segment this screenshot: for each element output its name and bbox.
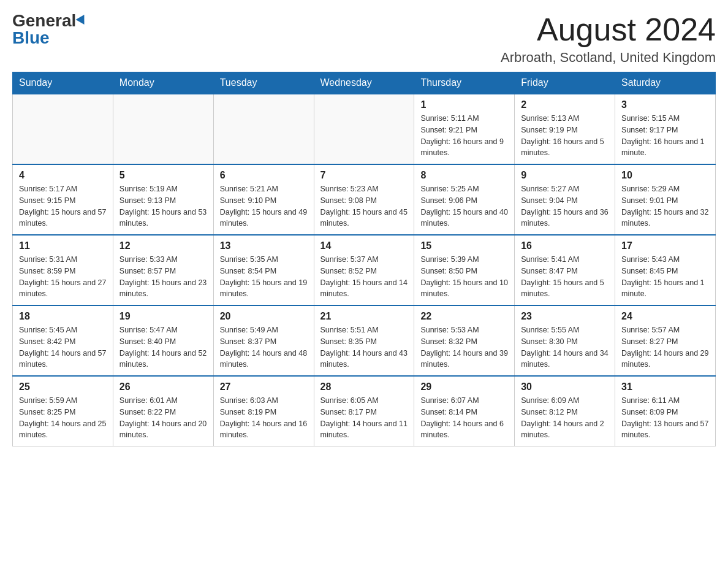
weekday-header-tuesday: Tuesday bbox=[213, 72, 314, 94]
day-info: Sunrise: 5:25 AM Sunset: 9:06 PM Dayligh… bbox=[420, 183, 508, 229]
day-info: Sunrise: 5:19 AM Sunset: 9:13 PM Dayligh… bbox=[119, 183, 207, 229]
logo-triangle-icon bbox=[76, 15, 89, 27]
weekday-header-monday: Monday bbox=[113, 72, 213, 94]
calendar-cell: 16Sunrise: 5:41 AM Sunset: 8:47 PM Dayli… bbox=[515, 235, 615, 305]
calendar-cell: 27Sunrise: 6:03 AM Sunset: 8:19 PM Dayli… bbox=[213, 376, 314, 446]
day-number: 14 bbox=[320, 240, 408, 251]
day-number: 8 bbox=[420, 170, 508, 181]
day-number: 13 bbox=[220, 240, 308, 251]
calendar-cell bbox=[314, 94, 414, 164]
day-info: Sunrise: 5:49 AM Sunset: 8:37 PM Dayligh… bbox=[220, 324, 308, 370]
weekday-header-friday: Friday bbox=[515, 72, 615, 94]
calendar-cell: 29Sunrise: 6:07 AM Sunset: 8:14 PM Dayli… bbox=[414, 376, 515, 446]
calendar-cell: 26Sunrise: 6:01 AM Sunset: 8:22 PM Dayli… bbox=[113, 376, 213, 446]
calendar-week-row: 18Sunrise: 5:45 AM Sunset: 8:42 PM Dayli… bbox=[13, 305, 716, 376]
day-number: 7 bbox=[320, 170, 408, 181]
day-number: 19 bbox=[119, 311, 207, 322]
calendar-week-row: 1Sunrise: 5:11 AM Sunset: 9:21 PM Daylig… bbox=[13, 94, 716, 164]
day-info: Sunrise: 5:23 AM Sunset: 9:08 PM Dayligh… bbox=[320, 183, 408, 229]
day-number: 4 bbox=[19, 170, 107, 181]
day-info: Sunrise: 5:45 AM Sunset: 8:42 PM Dayligh… bbox=[19, 324, 107, 370]
day-number: 24 bbox=[621, 311, 709, 322]
day-info: Sunrise: 5:53 AM Sunset: 8:32 PM Dayligh… bbox=[420, 324, 508, 370]
day-info: Sunrise: 5:13 AM Sunset: 9:19 PM Dayligh… bbox=[521, 113, 609, 159]
calendar-cell: 11Sunrise: 5:31 AM Sunset: 8:59 PM Dayli… bbox=[13, 235, 113, 305]
calendar-table: SundayMondayTuesdayWednesdayThursdayFrid… bbox=[12, 72, 716, 446]
day-info: Sunrise: 5:51 AM Sunset: 8:35 PM Dayligh… bbox=[320, 324, 408, 370]
calendar-cell: 12Sunrise: 5:33 AM Sunset: 8:57 PM Dayli… bbox=[113, 235, 213, 305]
calendar-cell: 13Sunrise: 5:35 AM Sunset: 8:54 PM Dayli… bbox=[213, 235, 314, 305]
day-info: Sunrise: 5:27 AM Sunset: 9:04 PM Dayligh… bbox=[521, 183, 609, 229]
day-number: 6 bbox=[220, 170, 308, 181]
month-title: August 2024 bbox=[501, 12, 716, 47]
calendar-cell: 20Sunrise: 5:49 AM Sunset: 8:37 PM Dayli… bbox=[213, 305, 314, 376]
day-number: 22 bbox=[420, 311, 508, 322]
day-number: 21 bbox=[320, 311, 408, 322]
day-info: Sunrise: 6:01 AM Sunset: 8:22 PM Dayligh… bbox=[119, 395, 207, 441]
day-number: 23 bbox=[521, 311, 609, 322]
title-section: August 2024 Arbroath, Scotland, United K… bbox=[501, 12, 716, 66]
day-number: 27 bbox=[220, 381, 308, 393]
day-info: Sunrise: 6:05 AM Sunset: 8:17 PM Dayligh… bbox=[320, 395, 408, 441]
day-number: 25 bbox=[19, 381, 107, 393]
calendar-cell bbox=[113, 94, 213, 164]
calendar-cell bbox=[213, 94, 314, 164]
day-info: Sunrise: 5:59 AM Sunset: 8:25 PM Dayligh… bbox=[19, 395, 107, 441]
calendar-cell: 25Sunrise: 5:59 AM Sunset: 8:25 PM Dayli… bbox=[13, 376, 113, 446]
location-text: Arbroath, Scotland, United Kingdom bbox=[501, 50, 716, 66]
calendar-cell: 1Sunrise: 5:11 AM Sunset: 9:21 PM Daylig… bbox=[414, 94, 515, 164]
day-number: 10 bbox=[621, 170, 709, 181]
calendar-cell: 28Sunrise: 6:05 AM Sunset: 8:17 PM Dayli… bbox=[314, 376, 414, 446]
logo-blue-text: Blue bbox=[12, 29, 50, 47]
day-number: 30 bbox=[521, 381, 609, 393]
day-number: 20 bbox=[220, 311, 308, 322]
calendar-cell: 21Sunrise: 5:51 AM Sunset: 8:35 PM Dayli… bbox=[314, 305, 414, 376]
calendar-cell: 23Sunrise: 5:55 AM Sunset: 8:30 PM Dayli… bbox=[515, 305, 615, 376]
calendar-cell: 10Sunrise: 5:29 AM Sunset: 9:01 PM Dayli… bbox=[615, 164, 716, 235]
day-info: Sunrise: 5:31 AM Sunset: 8:59 PM Dayligh… bbox=[19, 254, 107, 300]
day-number: 15 bbox=[420, 240, 508, 251]
calendar-cell: 9Sunrise: 5:27 AM Sunset: 9:04 PM Daylig… bbox=[515, 164, 615, 235]
day-number: 16 bbox=[521, 240, 609, 251]
day-number: 31 bbox=[621, 381, 709, 393]
weekday-header-wednesday: Wednesday bbox=[314, 72, 414, 94]
day-number: 29 bbox=[420, 381, 508, 393]
day-info: Sunrise: 5:29 AM Sunset: 9:01 PM Dayligh… bbox=[621, 183, 709, 229]
calendar-cell: 4Sunrise: 5:17 AM Sunset: 9:15 PM Daylig… bbox=[13, 164, 113, 235]
day-info: Sunrise: 5:41 AM Sunset: 8:47 PM Dayligh… bbox=[521, 254, 609, 300]
weekday-header-sunday: Sunday bbox=[13, 72, 113, 94]
day-number: 5 bbox=[119, 170, 207, 181]
page-header: General Blue August 2024 Arbroath, Scotl… bbox=[12, 12, 716, 66]
day-info: Sunrise: 5:33 AM Sunset: 8:57 PM Dayligh… bbox=[119, 254, 207, 300]
day-info: Sunrise: 5:43 AM Sunset: 8:45 PM Dayligh… bbox=[621, 254, 709, 300]
day-info: Sunrise: 6:03 AM Sunset: 8:19 PM Dayligh… bbox=[220, 395, 308, 441]
day-number: 1 bbox=[420, 99, 508, 110]
day-number: 12 bbox=[119, 240, 207, 251]
calendar-cell: 7Sunrise: 5:23 AM Sunset: 9:08 PM Daylig… bbox=[314, 164, 414, 235]
calendar-cell: 22Sunrise: 5:53 AM Sunset: 8:32 PM Dayli… bbox=[414, 305, 515, 376]
day-info: Sunrise: 5:57 AM Sunset: 8:27 PM Dayligh… bbox=[621, 324, 709, 370]
calendar-cell: 6Sunrise: 5:21 AM Sunset: 9:10 PM Daylig… bbox=[213, 164, 314, 235]
calendar-cell: 19Sunrise: 5:47 AM Sunset: 8:40 PM Dayli… bbox=[113, 305, 213, 376]
day-info: Sunrise: 6:07 AM Sunset: 8:14 PM Dayligh… bbox=[420, 395, 508, 441]
day-number: 28 bbox=[320, 381, 408, 393]
day-info: Sunrise: 5:35 AM Sunset: 8:54 PM Dayligh… bbox=[220, 254, 308, 300]
day-number: 3 bbox=[621, 99, 709, 110]
calendar-cell: 17Sunrise: 5:43 AM Sunset: 8:45 PM Dayli… bbox=[615, 235, 716, 305]
day-number: 26 bbox=[119, 381, 207, 393]
calendar-cell bbox=[13, 94, 113, 164]
calendar-cell: 31Sunrise: 6:11 AM Sunset: 8:09 PM Dayli… bbox=[615, 376, 716, 446]
day-info: Sunrise: 5:55 AM Sunset: 8:30 PM Dayligh… bbox=[521, 324, 609, 370]
calendar-cell: 5Sunrise: 5:19 AM Sunset: 9:13 PM Daylig… bbox=[113, 164, 213, 235]
day-info: Sunrise: 5:11 AM Sunset: 9:21 PM Dayligh… bbox=[420, 113, 508, 159]
day-info: Sunrise: 5:17 AM Sunset: 9:15 PM Dayligh… bbox=[19, 183, 107, 229]
calendar-week-row: 11Sunrise: 5:31 AM Sunset: 8:59 PM Dayli… bbox=[13, 235, 716, 305]
weekday-header-thursday: Thursday bbox=[414, 72, 515, 94]
calendar-cell: 8Sunrise: 5:25 AM Sunset: 9:06 PM Daylig… bbox=[414, 164, 515, 235]
logo: General Blue bbox=[12, 12, 87, 47]
day-info: Sunrise: 5:39 AM Sunset: 8:50 PM Dayligh… bbox=[420, 254, 508, 300]
calendar-cell: 3Sunrise: 5:15 AM Sunset: 9:17 PM Daylig… bbox=[615, 94, 716, 164]
calendar-week-row: 4Sunrise: 5:17 AM Sunset: 9:15 PM Daylig… bbox=[13, 164, 716, 235]
day-info: Sunrise: 6:11 AM Sunset: 8:09 PM Dayligh… bbox=[621, 395, 709, 441]
day-info: Sunrise: 5:21 AM Sunset: 9:10 PM Dayligh… bbox=[220, 183, 308, 229]
